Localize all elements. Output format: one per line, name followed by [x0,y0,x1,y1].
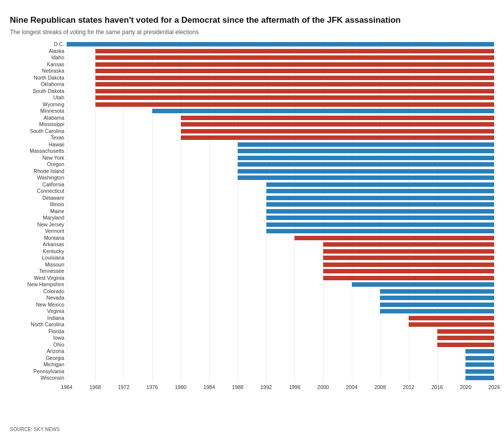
bar-segment-dem [465,376,494,380]
bar-segment-dem [266,182,494,187]
y-label-north-dakota: North Dakota [10,75,67,81]
y-label-new-jersey: New Jersey [10,222,67,227]
bar-segment-rep [95,62,494,67]
y-label-maryland: Maryland [10,215,67,220]
bar-segment-dem [266,189,494,193]
bar-segment-rep [437,329,494,334]
y-label-kentucky: Kentucky [10,249,67,254]
bar-segment-dem [266,222,494,227]
bar-segment-rep [95,95,494,100]
y-label-west-virginia: West Virginia [10,275,67,281]
bar-segment-dem [238,156,494,160]
y-label-texas: Texas [10,135,67,140]
bar-row [67,282,494,287]
x-tick: 2004 [346,384,357,390]
bar-segment-dem [380,309,494,313]
bar-row [67,315,494,321]
y-label-hawaii: Hawaii [10,142,67,147]
bar-row [67,142,494,147]
y-label-michigan: Michigan [10,362,67,367]
bar-row [67,129,494,134]
bar-segment-dem [380,296,494,300]
y-label-new-hampshire: New Hampshire [10,282,67,287]
bar-row [67,55,494,60]
x-tick: 1992 [260,384,272,390]
bar-row [67,222,494,227]
y-label-vermont: Vermont [10,228,67,234]
bar-row [67,209,494,214]
bar-row [67,369,494,374]
y-label-connecticut: Connecticut [10,188,67,194]
bar-row [67,375,494,381]
y-label-minnesota: Minnesota [10,108,67,114]
bar-row [67,155,494,161]
bar-segment-rep [181,116,494,120]
x-tick: 1976 [146,384,158,390]
bar-segment-rep [437,343,494,347]
bar-segment-dem [266,209,494,214]
bar-segment-rep [323,276,494,280]
bar-segment-rep [95,55,494,60]
y-label-wisconsin: Wisconsin [10,375,67,381]
y-label-missouri: Missouri [10,262,67,267]
bar-row [67,322,494,327]
y-label-south-dakota: South Dakota [10,88,67,94]
bar-row [67,68,494,74]
bar-row [67,135,494,140]
bar-segment-rep [181,122,494,127]
x-tick: 2000 [317,384,329,390]
y-label-arkansas: Arkansas [10,242,67,247]
y-label-indiana: Indiana [10,315,67,321]
y-label-mississippi: Mississippi [10,122,67,127]
bar-row [67,289,494,294]
chart-title: Nine Republican states haven't voted for… [10,15,494,26]
y-label-alabama: Alabama [10,115,67,121]
bar-row [67,82,494,87]
bar-segment-dem [238,142,494,147]
bar-row [67,75,494,81]
y-label-nebraska: Nebraska [10,68,67,74]
x-tick: 2020 [460,384,471,390]
bar-row [67,342,494,348]
bar-segment-dem [465,349,494,353]
bar-segment-dem [465,369,494,374]
bar-row [67,188,494,194]
bar-row [67,102,494,107]
bar-row [67,249,494,254]
bar-row [67,195,494,201]
source-label: SOURCE: SKY NEWS [10,427,60,432]
bar-segment-rep [323,242,494,247]
bar-segment-dem [238,149,494,153]
y-label-north-carolina: North Carolina [10,322,67,327]
x-tick: 1972 [118,384,129,390]
y-label-south-carolina: South Carolina [10,129,67,134]
x-tick: 1984 [204,384,215,390]
bar-row [67,235,494,241]
y-label-colorado: Colorado [10,289,67,294]
bar-segment-dem [266,202,494,207]
bar-row [67,268,494,274]
chart-container: Nine Republican states haven't voted for… [0,0,504,438]
bar-segment-rep [95,69,494,73]
bar-segment-dem [380,303,494,307]
y-label-louisiana: Louisiana [10,255,67,261]
y-label-kansas: Kansas [10,62,67,67]
bar-segment-rep [294,236,494,240]
x-tick: 1980 [175,384,186,390]
y-label-washington: Washington [10,175,67,180]
bar-row [67,182,494,187]
bar-segment-dem [152,109,494,113]
bar-row [67,295,494,301]
y-label-tennessee: Tennessee [10,268,67,274]
y-label-rhode-island: Rhode Island [10,169,67,174]
chart-area: D.C.AlaskaIdahoKansasNebraskaNorth Dakot… [10,42,494,382]
x-tick: 2016 [431,384,443,390]
y-label-delaware: Delaware [10,195,67,201]
bar-row [67,175,494,180]
bar-row [67,42,494,47]
bar-row [67,62,494,67]
bar-segment-rep [95,102,494,107]
y-axis: D.C.AlaskaIdahoKansasNebraskaNorth Dakot… [10,42,67,382]
y-label-california: California [10,182,67,187]
bar-row [67,329,494,334]
